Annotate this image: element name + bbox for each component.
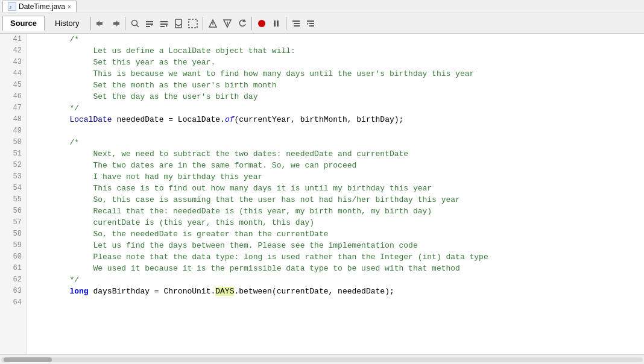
toggle-bookmarks-button[interactable] — [172, 17, 185, 30]
svg-marker-15 — [166, 25, 168, 27]
comment-token: curentDate is (this year, this month, th… — [32, 218, 314, 227]
line-number: 45 — [0, 80, 27, 91]
svg-rect-26 — [292, 20, 300, 22]
code-line: /* — [32, 34, 644, 45]
comment-token: Let us find the days between them. Pleas… — [32, 241, 418, 250]
comment-token: Next, we need to subtract the two dates:… — [32, 149, 408, 158]
line-number: 59 — [0, 240, 27, 251]
code-line: The two dates are in the same format. So… — [32, 160, 644, 171]
svg-rect-27 — [294, 23, 300, 24]
stop-button[interactable] — [255, 17, 268, 30]
refresh-icon — [237, 19, 247, 28]
code-line — [32, 125, 644, 137]
line-number: 61 — [0, 263, 27, 274]
title-bar: J DateTime.java × — [0, 0, 644, 13]
normal-token: (currentYear, birthMonth, birthDay); — [234, 115, 403, 124]
prev-edit-icon — [208, 19, 218, 28]
select-button[interactable] — [186, 17, 200, 30]
stop-icon — [257, 19, 267, 28]
format-button[interactable] — [289, 17, 303, 30]
svg-text:J: J — [9, 5, 11, 10]
toolbar-sep-2 — [125, 17, 125, 30]
line-number: 56 — [0, 206, 27, 217]
line-number: 44 — [0, 68, 27, 80]
line-number: 62 — [0, 274, 27, 286]
code-line: Recall that the: neededDate is (this yea… — [32, 206, 644, 217]
horizontal-scrollbar[interactable] — [0, 354, 644, 364]
scrollbar-thumb[interactable] — [4, 357, 52, 362]
svg-rect-29 — [307, 20, 314, 22]
line-number: 51 — [0, 148, 27, 160]
toolbar: Source History — [0, 13, 644, 34]
code-line: Let us define a LocalDate object that wi… — [32, 45, 644, 57]
svg-point-6 — [131, 20, 137, 25]
svg-line-7 — [136, 25, 139, 27]
source-tab[interactable]: Source — [2, 16, 45, 31]
toolbar-sep-5 — [286, 17, 286, 30]
search-button[interactable] — [128, 17, 142, 30]
back-button[interactable] — [94, 17, 107, 30]
highlight-token: DAYS — [215, 287, 234, 296]
code-area[interactable]: /* Let us define a LocalDate object that… — [27, 34, 644, 354]
normal-token: .between(currentDate, neededDate); — [234, 287, 394, 296]
code-line: I have not had my birthday this year — [32, 171, 644, 183]
comment-token: Let us define a LocalDate object that wi… — [32, 46, 295, 55]
line-number: 46 — [0, 91, 27, 102]
editor: 4142434445464748495051525354555657585960… — [0, 34, 644, 354]
line-number: 43 — [0, 57, 27, 68]
indent-button[interactable] — [304, 17, 317, 30]
code-line — [32, 297, 644, 309]
find-next-icon — [159, 19, 169, 28]
svg-rect-16 — [175, 19, 182, 28]
find-prev-button[interactable] — [143, 17, 156, 30]
svg-rect-31 — [309, 25, 314, 27]
forward-icon — [110, 19, 120, 28]
code-line: So, the neededDate is greater than the c… — [32, 228, 644, 240]
line-number: 53 — [0, 171, 27, 183]
comment-token: /* — [32, 35, 79, 44]
forward-button[interactable] — [109, 17, 122, 30]
comment-token: Set the day as the user's birth day — [32, 92, 257, 101]
code-line: */ — [32, 102, 644, 114]
svg-marker-32 — [307, 23, 309, 25]
pause-button[interactable] — [270, 17, 283, 30]
comment-token: /* — [32, 138, 79, 147]
next-edit-button[interactable] — [221, 17, 234, 30]
comment-token: This is because we want to find how many… — [32, 69, 474, 78]
svg-rect-13 — [160, 24, 168, 25]
svg-rect-30 — [309, 23, 314, 24]
bookmark-icon — [174, 19, 183, 28]
scrollbar-track[interactable] — [1, 357, 643, 362]
next-edit-icon — [223, 19, 232, 28]
comment-token: So, the neededDate is greater than the c… — [32, 230, 328, 239]
svg-rect-10 — [146, 26, 150, 27]
comment-token: */ — [32, 104, 79, 113]
format-icon — [291, 19, 301, 28]
svg-rect-14 — [160, 26, 165, 27]
toolbar-sep-4 — [251, 17, 252, 30]
close-tab-button[interactable]: × — [68, 4, 71, 10]
find-next-button[interactable] — [157, 17, 171, 30]
prev-edit-button[interactable] — [206, 17, 219, 30]
line-number: 63 — [0, 286, 27, 297]
comment-token: Set this year as the year. — [32, 58, 215, 67]
line-number: 42 — [0, 45, 27, 57]
method-token: of — [225, 115, 235, 124]
history-tab[interactable]: History — [47, 16, 87, 31]
line-number: 57 — [0, 217, 27, 228]
code-line: This is because we want to find how many… — [32, 68, 644, 80]
normal-token: neededDate = LocalDate. — [112, 115, 225, 124]
code-line: */ — [32, 274, 644, 286]
svg-rect-17 — [189, 19, 197, 28]
file-tab-label: DateTime.java — [19, 2, 65, 11]
line-number: 58 — [0, 228, 27, 240]
comment-token: We used it because it is the permissible… — [32, 264, 460, 273]
code-line: /* — [32, 137, 644, 148]
refresh-button[interactable] — [235, 17, 248, 30]
toolbar-sep-1 — [90, 17, 91, 30]
file-tab[interactable]: J DateTime.java × — [2, 1, 77, 12]
type-token: LocalDate — [69, 115, 112, 124]
svg-rect-8 — [146, 21, 153, 22]
comment-token: The two dates are in the same format. So… — [32, 161, 356, 170]
line-number: 47 — [0, 102, 27, 114]
